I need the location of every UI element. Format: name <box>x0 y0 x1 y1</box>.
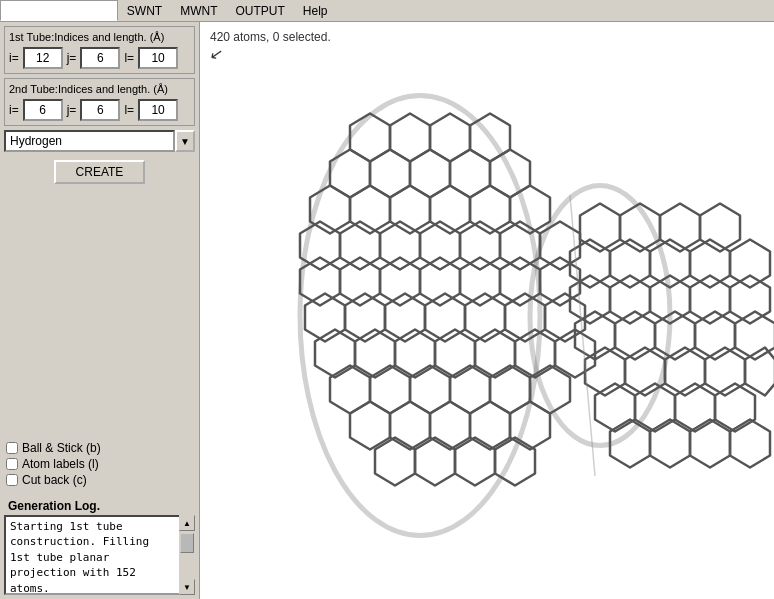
tube1-j-label: j= <box>67 51 77 65</box>
hydrogen-dropdown-row: Hydrogen None ▼ <box>4 130 195 152</box>
generation-log-section: Generation Log. Starting 1st tube constr… <box>4 497 195 595</box>
svg-marker-51 <box>350 402 390 450</box>
svg-marker-90 <box>690 420 730 468</box>
tube1-inputs: i= j= l= <box>9 47 190 69</box>
hydrogen-select[interactable]: Hydrogen None <box>4 130 175 152</box>
checkboxes-area: Ball & Stick (b) Atom labels (l) Cut bac… <box>4 437 195 493</box>
menu-item-mwnt[interactable]: MWNT <box>171 0 226 21</box>
generation-log-title: Generation Log. <box>4 497 195 515</box>
tube1-i-input[interactable] <box>23 47 63 69</box>
cut-back-checkbox[interactable] <box>6 474 18 486</box>
ball-stick-checkbox[interactable] <box>6 442 18 454</box>
tube2-j-label: j= <box>67 103 77 117</box>
tube1-j-input[interactable] <box>80 47 120 69</box>
tube1-l-label: l= <box>124 51 134 65</box>
left-panel: 1st Tube:Indices and length. (Å) i= j= l… <box>0 22 200 599</box>
cut-back-row: Cut back (c) <box>6 473 193 487</box>
nanotube-visualization <box>200 22 774 599</box>
tube2-i-label: i= <box>9 103 19 117</box>
svg-marker-53 <box>430 402 470 450</box>
tube1-l-input[interactable] <box>138 47 178 69</box>
menu-item-heterojunction[interactable]: NT HeteroJunction <box>0 0 118 21</box>
atom-labels-checkbox[interactable] <box>6 458 18 470</box>
generation-log-content[interactable]: Starting 1st tube construction. Filling … <box>4 515 195 595</box>
tube1-section: 1st Tube:Indices and length. (Å) i= j= l… <box>4 26 195 74</box>
svg-marker-91 <box>730 420 770 468</box>
menu-item-swnt[interactable]: SWNT <box>118 0 171 21</box>
atom-labels-label: Atom labels (l) <box>22 457 99 471</box>
tube2-l-label: l= <box>124 103 134 117</box>
ball-stick-row: Ball & Stick (b) <box>6 441 193 455</box>
svg-marker-89 <box>650 420 690 468</box>
viewport[interactable]: 420 atoms, 0 selected. ↙ <box>200 22 774 599</box>
main-layout: 1st Tube:Indices and length. (Å) i= j= l… <box>0 22 774 599</box>
tube2-j-input[interactable] <box>80 99 120 121</box>
svg-marker-68 <box>730 240 770 288</box>
svg-marker-58 <box>455 438 495 486</box>
tube2-section: 2nd Tube:Indices and length. (Å) i= j= l… <box>4 78 195 126</box>
tube2-l-input[interactable] <box>138 99 178 121</box>
atom-labels-row: Atom labels (l) <box>6 457 193 471</box>
create-button[interactable]: CREATE <box>54 160 146 184</box>
svg-marker-52 <box>390 402 430 450</box>
tube1-i-label: i= <box>9 51 19 65</box>
tube2-inputs: i= j= l= <box>9 99 190 121</box>
log-scrollbar: ▲ ▼ <box>179 515 195 595</box>
dropdown-arrow-icon[interactable]: ▼ <box>175 130 195 152</box>
scroll-track[interactable] <box>179 531 195 579</box>
svg-marker-57 <box>415 438 455 486</box>
svg-marker-54 <box>470 402 510 450</box>
scroll-thumb[interactable] <box>180 533 194 553</box>
ball-stick-label: Ball & Stick (b) <box>22 441 101 455</box>
tube1-title: 1st Tube:Indices and length. (Å) <box>9 31 190 43</box>
tube2-i-input[interactable] <box>23 99 63 121</box>
svg-marker-56 <box>375 438 415 486</box>
cut-back-label: Cut back (c) <box>22 473 87 487</box>
menu-item-help[interactable]: Help <box>294 0 337 21</box>
generation-log-wrapper: Starting 1st tube construction. Filling … <box>4 515 195 595</box>
scroll-down-button[interactable]: ▼ <box>179 579 195 595</box>
scroll-up-button[interactable]: ▲ <box>179 515 195 531</box>
menu-item-output[interactable]: OUTPUT <box>226 0 293 21</box>
tube2-title: 2nd Tube:Indices and length. (Å) <box>9 83 190 95</box>
menubar: NT HeteroJunction SWNT MWNT OUTPUT Help <box>0 0 774 22</box>
